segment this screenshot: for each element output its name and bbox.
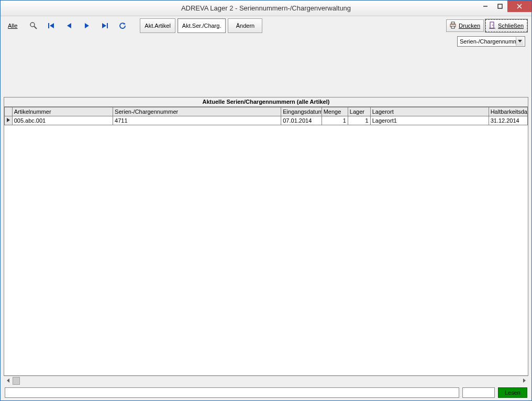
svg-marker-20	[7, 118, 10, 122]
svg-marker-19	[518, 40, 522, 42]
door-icon	[488, 21, 496, 30]
nav-last-icon[interactable]	[96, 18, 114, 33]
svg-rect-15	[451, 26, 455, 28]
window-controls	[478, 1, 531, 12]
svg-marker-21	[7, 378, 9, 383]
titlebar: ADREVA Lager 2 - Seriennummern-/Chargenv…	[1, 1, 531, 16]
col-menge[interactable]: Menge	[322, 107, 348, 116]
cell-menge[interactable]: 1	[322, 116, 348, 125]
aendern-button[interactable]: Ändern	[228, 18, 262, 33]
scroll-right-icon[interactable]	[519, 376, 528, 385]
svg-point-18	[492, 25, 493, 26]
scroll-thumb[interactable]	[13, 377, 20, 385]
table-row[interactable]: 005.abc.001 4711 07.01.2014 1 1 Lagerort…	[5, 116, 528, 125]
drucken-button[interactable]: Drucken	[446, 19, 484, 32]
app-window: ADREVA Lager 2 - Seriennummern-/Chargenv…	[0, 0, 532, 401]
close-button[interactable]	[507, 1, 531, 12]
header-row: Artikelnummer Serien-/Chargennummer Eing…	[5, 107, 528, 116]
nav-next-icon[interactable]	[78, 18, 96, 33]
svg-rect-11	[107, 23, 108, 28]
minimize-button[interactable]	[478, 1, 493, 12]
col-haltbarkeit[interactable]: Haltbarkeitsdatum	[489, 107, 527, 116]
svg-marker-10	[102, 23, 106, 28]
dropdown-row: Serien-/Chargennummern	[1, 35, 531, 49]
cell-haltbarkeit[interactable]: 31.12.2014	[489, 116, 527, 125]
horizontal-scrollbar[interactable]	[4, 376, 528, 385]
window-title: ADREVA Lager 2 - Seriennummern-/Chargenv…	[1, 4, 531, 12]
cell-charge[interactable]: 4711	[113, 116, 281, 125]
svg-rect-1	[498, 4, 502, 8]
refresh-icon[interactable]	[114, 18, 131, 33]
schliessen-button[interactable]: Schließen	[485, 19, 527, 32]
col-charge[interactable]: Serien-/Chargennummer	[113, 107, 281, 116]
cell-eingangsdatum[interactable]: 07.01.2014	[281, 116, 322, 125]
svg-rect-6	[48, 23, 49, 28]
data-grid[interactable]: Artikelnummer Serien-/Chargennummer Eing…	[4, 107, 528, 375]
status-field-small	[462, 387, 495, 398]
search-icon[interactable]	[25, 18, 42, 33]
col-lager[interactable]: Lager	[348, 107, 370, 116]
status-field-main	[5, 387, 459, 398]
svg-rect-16	[490, 22, 494, 28]
svg-line-5	[34, 26, 37, 29]
view-select[interactable]: Serien-/Chargennummern	[457, 36, 525, 47]
svg-marker-9	[85, 23, 89, 28]
svg-rect-14	[451, 22, 455, 24]
content-panel: Aktuelle Serien/Chargennummern (alle Art…	[4, 97, 528, 376]
nav-first-icon[interactable]	[42, 18, 60, 33]
row-indicator-icon	[5, 116, 13, 125]
printer-icon	[449, 21, 457, 30]
scroll-left-icon[interactable]	[4, 376, 13, 385]
table-title: Aktuelle Serien/Chargennummern (alle Art…	[4, 97, 528, 107]
svg-marker-12	[124, 23, 126, 25]
lesen-button[interactable]: Lesen	[498, 387, 527, 398]
chevron-down-icon	[516, 37, 524, 46]
blank-area	[1, 49, 531, 97]
col-eingangsdatum[interactable]: Eingangsdatum	[281, 107, 322, 116]
col-lagerort[interactable]: Lagerort	[370, 107, 489, 116]
akt-artikel-button[interactable]: Akt.Artikel	[140, 18, 175, 33]
akt-ser-charg-button[interactable]: Akt.Ser./Charg.	[178, 18, 226, 33]
svg-point-4	[30, 23, 35, 27]
statusbar: Lesen	[1, 385, 531, 400]
maximize-button[interactable]	[493, 1, 507, 12]
svg-marker-8	[67, 23, 71, 28]
col-artikelnummer[interactable]: Artikelnummer	[12, 107, 113, 116]
toolbar-alle[interactable]: Alle	[5, 18, 20, 33]
svg-marker-22	[523, 378, 526, 383]
cell-lager[interactable]: 1	[348, 116, 370, 125]
nav-prev-icon[interactable]	[60, 18, 78, 33]
cell-lagerort[interactable]: Lagerort1	[370, 116, 489, 125]
cell-artikelnummer[interactable]: 005.abc.001	[12, 116, 113, 125]
svg-marker-7	[50, 23, 54, 28]
corner-cell	[5, 107, 13, 116]
scroll-track[interactable]	[13, 376, 519, 385]
toolbar: Alle Akt.Artikel Akt.Ser./Charg. Ändern	[1, 16, 531, 35]
